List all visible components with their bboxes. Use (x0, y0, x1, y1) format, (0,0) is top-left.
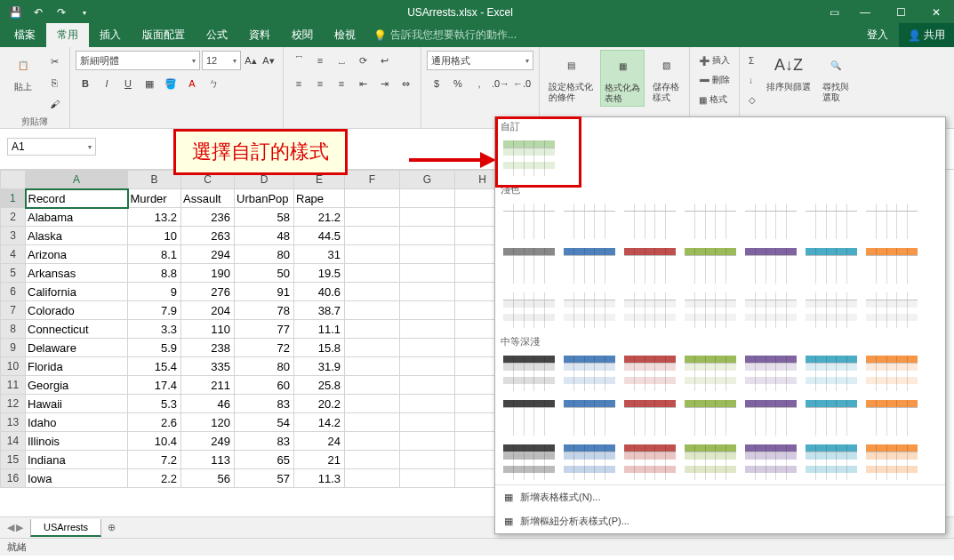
cell[interactable] (345, 413, 400, 432)
row-header[interactable]: 16 (1, 469, 26, 488)
table-style-option[interactable] (682, 353, 739, 394)
cell[interactable] (345, 432, 400, 451)
cell[interactable]: 80 (235, 245, 294, 264)
cell[interactable]: 72 (235, 339, 294, 357)
comma-button[interactable]: , (469, 74, 489, 93)
cell[interactable] (345, 301, 400, 320)
cell[interactable] (345, 245, 400, 264)
cell[interactable]: 11.1 (294, 320, 345, 339)
row-header[interactable]: 12 (1, 395, 26, 413)
cell[interactable]: 60 (235, 376, 294, 395)
table-style-option[interactable] (561, 290, 618, 331)
undo-icon[interactable]: ↶ (30, 4, 46, 20)
row-header[interactable]: 13 (1, 413, 26, 432)
phonetic-button[interactable]: ㄅ (204, 74, 223, 93)
close-icon[interactable]: ✕ (918, 0, 954, 25)
table-style-option[interactable] (561, 442, 618, 483)
name-box[interactable]: A1▾ (7, 138, 96, 156)
cell[interactable]: 8.8 (128, 264, 181, 283)
cell[interactable]: 83 (235, 432, 294, 451)
new-pivot-style-button[interactable]: ▦新增樞紐分析表樣式(P)... (495, 509, 945, 533)
cell[interactable] (400, 227, 455, 245)
align-bottom-button[interactable]: ⎵ (332, 51, 351, 70)
cell[interactable] (345, 357, 400, 376)
cell[interactable] (400, 339, 455, 357)
cell[interactable]: Rape (294, 189, 345, 208)
cell[interactable]: 204 (181, 301, 235, 320)
table-style-option[interactable] (682, 201, 739, 242)
percent-button[interactable]: % (448, 74, 468, 93)
cell[interactable]: 276 (181, 283, 235, 301)
minimize-icon[interactable]: — (847, 0, 883, 25)
font-color-button[interactable]: A (182, 74, 202, 93)
cell[interactable] (345, 208, 400, 227)
nav-next-icon[interactable]: ▶ (16, 522, 23, 533)
merge-center-button[interactable]: ⇔ (396, 74, 415, 93)
cell[interactable]: 54 (235, 413, 294, 432)
tab-file[interactable]: 檔案 (4, 23, 46, 47)
cell[interactable]: 21.2 (294, 208, 345, 227)
cell[interactable] (400, 432, 455, 451)
row-header[interactable]: 7 (1, 301, 26, 320)
font-name-combo[interactable]: 新細明體▾ (76, 51, 200, 70)
table-style-option[interactable] (561, 397, 618, 438)
table-style-option[interactable] (803, 290, 860, 331)
ribbon-options-icon[interactable]: ▭ (821, 0, 847, 25)
cell[interactable] (345, 395, 400, 413)
maximize-icon[interactable]: ☐ (883, 0, 918, 25)
cell[interactable] (345, 189, 400, 208)
row-header[interactable]: 5 (1, 264, 26, 283)
paste-button[interactable]: 📋 貼上 (5, 50, 41, 94)
italic-button[interactable]: I (97, 74, 116, 93)
cell[interactable]: 38.7 (294, 301, 345, 320)
cell[interactable] (400, 451, 455, 469)
cell[interactable]: 25.8 (294, 376, 345, 395)
cell[interactable]: 11.3 (294, 469, 345, 488)
cell[interactable]: 77 (235, 320, 294, 339)
cell[interactable]: 238 (181, 339, 235, 357)
tell-me[interactable]: 💡 告訴我您想要執行的動作... (366, 23, 524, 47)
decrease-decimal-button[interactable]: ←.0 (512, 74, 532, 93)
table-style-option[interactable] (682, 442, 739, 483)
underline-button[interactable]: U (118, 74, 138, 93)
table-style-option[interactable] (501, 442, 557, 483)
tab-home[interactable]: 常用 (46, 23, 89, 47)
cell[interactable]: Florida (26, 357, 128, 376)
cell[interactable]: 294 (181, 245, 235, 264)
share-button[interactable]: 👤 共用 (899, 23, 954, 47)
cell[interactable]: Arkansas (26, 264, 128, 283)
table-style-option[interactable] (863, 397, 920, 438)
fill-color-button[interactable]: 🪣 (161, 74, 180, 93)
cell[interactable]: 80 (235, 357, 294, 376)
table-style-option[interactable] (621, 245, 678, 286)
table-style-option[interactable] (863, 201, 920, 242)
cell[interactable]: 190 (181, 264, 235, 283)
cell[interactable]: Iowa (26, 469, 128, 488)
table-style-option[interactable] (682, 397, 739, 438)
cell[interactable] (400, 395, 455, 413)
table-style-option[interactable] (501, 397, 557, 438)
cell[interactable]: Murder (128, 189, 181, 208)
nav-prev-icon[interactable]: ◀ (7, 522, 14, 533)
table-style-option[interactable] (621, 442, 678, 483)
cell[interactable] (400, 320, 455, 339)
cell[interactable]: 48 (235, 227, 294, 245)
cell[interactable]: Arizona (26, 245, 128, 264)
increase-indent-button[interactable]: ⇥ (374, 74, 394, 93)
clear-button[interactable]: ◇ (745, 91, 759, 108)
align-right-button[interactable]: ≡ (332, 74, 351, 93)
tab-formulas[interactable]: 公式 (196, 23, 238, 47)
cell[interactable]: 78 (235, 301, 294, 320)
cell[interactable] (345, 264, 400, 283)
table-style-option[interactable] (682, 245, 739, 286)
cell[interactable] (400, 264, 455, 283)
format-as-table-button[interactable]: ▦格式化為 表格 (600, 50, 645, 107)
table-style-option[interactable] (621, 397, 678, 438)
cut-button[interactable]: ✂ (44, 52, 64, 71)
table-style-option[interactable] (501, 245, 557, 286)
format-cells-button[interactable]: ▦格式 (695, 91, 734, 108)
table-style-option[interactable] (742, 397, 799, 438)
orientation-button[interactable]: ⟳ (353, 51, 373, 70)
table-style-option[interactable] (742, 245, 799, 286)
table-style-option[interactable] (863, 290, 920, 331)
